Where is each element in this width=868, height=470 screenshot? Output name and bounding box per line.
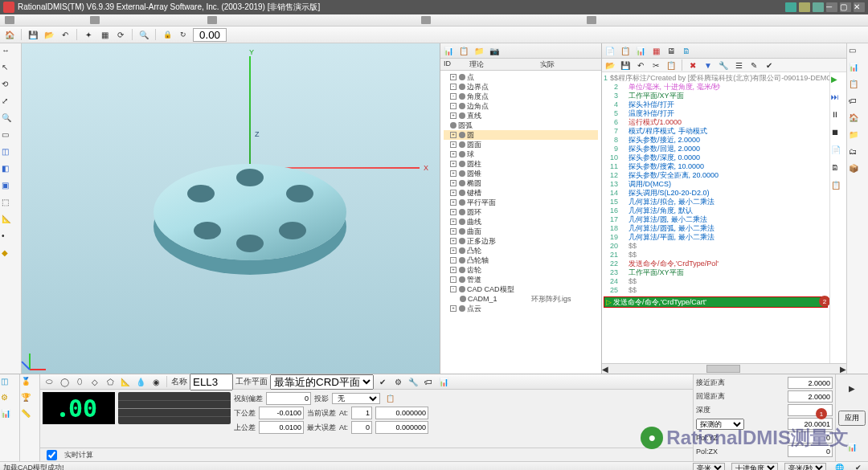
prog-tab-5[interactable]: 🖥 [665, 44, 678, 57]
ptb-edit-icon[interactable]: ✎ [747, 59, 760, 72]
tree-node[interactable]: +点云 [444, 304, 598, 313]
menu-item-1[interactable] [5, 16, 14, 24]
btab2-c-icon[interactable]: 📏 [21, 409, 35, 423]
save-icon[interactable]: 💾 [27, 28, 39, 41]
maximize-button[interactable]: ▢ [840, 2, 851, 12]
pointer-icon[interactable]: ↖ [2, 63, 16, 77]
window-extra-3[interactable] [813, 2, 824, 12]
polyz-input[interactable] [788, 431, 833, 443]
tree-tab-4[interactable]: 📷 [488, 44, 501, 57]
btab2-a-icon[interactable]: 🏅 [21, 377, 35, 391]
btab-cube-icon[interactable]: ◫ [1, 377, 15, 391]
side-run-icon[interactable]: ▶ [831, 75, 845, 89]
tree-node[interactable]: +平行平面 [444, 198, 598, 207]
tree-node[interactable]: -角度点 [444, 92, 598, 101]
menu-item-5[interactable] [587, 16, 596, 24]
ptb-paste-icon[interactable]: 📋 [665, 59, 678, 72]
method-select[interactable]: 探测的 [696, 419, 744, 430]
tree-node[interactable]: -CAD CAD模型 [444, 284, 598, 294]
tree-node[interactable]: +键槽 [444, 188, 598, 198]
measure-tool-icon[interactable]: 📐 [2, 215, 16, 229]
solid-tool-icon[interactable]: ▣ [2, 181, 16, 195]
tree-node[interactable]: +圆 [444, 130, 598, 140]
bt-cfg1-icon[interactable]: ⚙ [391, 375, 404, 388]
bt-shape-4[interactable]: ◇ [88, 375, 101, 388]
side-stop-icon[interactable]: ⏹ [831, 128, 845, 142]
bt-shape-2[interactable]: ◯ [58, 375, 71, 388]
side-more3-icon[interactable]: 📋 [831, 181, 845, 195]
bt-cfg3-icon[interactable]: 🏷 [422, 375, 435, 388]
realtime-check[interactable] [47, 450, 57, 460]
cube-tool-icon[interactable]: ◫ [2, 147, 16, 161]
rt-icon-5[interactable]: 🏠 [849, 113, 863, 128]
arrow-tool-icon[interactable]: ↔ [2, 46, 16, 60]
low-input[interactable] [259, 407, 304, 419]
menu-item-3[interactable] [207, 16, 217, 24]
ptb-list-icon[interactable]: ☰ [732, 59, 745, 72]
ptb-open-icon[interactable]: 📂 [604, 59, 616, 72]
menu-item-4[interactable] [421, 16, 431, 24]
prog-tab-3[interactable]: 📊 [634, 44, 647, 57]
minimize-button[interactable]: ─ [826, 2, 837, 12]
bt-shape-3[interactable]: ⬯ [73, 375, 86, 388]
side-step-icon[interactable]: ⏭ [831, 92, 845, 107]
tree-node[interactable]: 圆弧 [444, 121, 598, 130]
window-extra-1[interactable] [785, 2, 796, 12]
tree-node[interactable]: -边界点 [444, 82, 598, 92]
close-button[interactable]: ✕ [854, 2, 865, 12]
wp-select[interactable]: 最靠近的CRD平面 [270, 374, 374, 390]
bt-shape-7[interactable]: 💧 [134, 375, 147, 388]
status-icon-1[interactable]: 🌐 [833, 461, 845, 470]
prog-tab-6[interactable]: 🗎 [680, 44, 693, 57]
tree-node[interactable]: +椭圆 [444, 178, 598, 188]
bt-cfg4-icon[interactable]: 📊 [437, 375, 450, 388]
ptb-cut-icon[interactable]: ✂ [649, 59, 662, 72]
feature-tree[interactable]: +点-边界点-角度点-边角点+直线圆弧+圆+圆面+球+圆柱+圆锥+椭圆+键槽+平… [440, 71, 601, 374]
side-more1-icon[interactable]: 📄 [831, 145, 845, 160]
prog-tab-2[interactable]: 📋 [619, 44, 632, 57]
angle-select[interactable]: 十进角度 [731, 463, 778, 470]
program-code[interactable]: 1$$程序标注/'Created by [爱科腾瑞科技(北京)有限公司-0901… [602, 72, 829, 363]
tree-tab-1[interactable]: 📊 [442, 44, 455, 57]
tree-node[interactable]: +直线 [444, 111, 598, 121]
program-hscroll[interactable]: ◀▶ [602, 363, 846, 374]
ptb-undo-icon[interactable]: ↶ [634, 59, 647, 72]
window-extra-2[interactable] [799, 2, 810, 12]
ptb-save-icon[interactable]: 💾 [619, 59, 632, 72]
ptb-filter-icon[interactable]: ▼ [702, 59, 714, 72]
tree-tab-2[interactable]: 📋 [457, 44, 470, 57]
rt-icon-6[interactable]: 📁 [849, 130, 863, 145]
tree-node[interactable]: +正多边形 [444, 236, 598, 246]
open-icon[interactable]: 📂 [43, 28, 55, 41]
tree-node[interactable]: +齿轮 [444, 265, 598, 275]
tree-node[interactable]: +圆锥 [444, 169, 598, 178]
rt-icon-7[interactable]: 🗂 [849, 147, 863, 161]
bt-shape-6[interactable]: 📐 [119, 375, 132, 388]
nom-input[interactable] [266, 392, 311, 405]
br-btn1-icon[interactable]: ▶ [845, 382, 858, 395]
rt-icon-4[interactable]: 🏷 [849, 96, 863, 111]
tree-node[interactable]: -管道 [444, 275, 598, 284]
br-btn2-icon[interactable]: 📊 [845, 441, 858, 454]
ptb-wrench-icon[interactable]: 🔧 [717, 59, 730, 72]
btab2-b-icon[interactable]: 🏆 [21, 393, 35, 407]
rt-icon-3[interactable]: 📋 [849, 80, 863, 94]
status-icon-2[interactable]: ✔ [852, 461, 865, 470]
speed-select[interactable]: 毫米/秒 [784, 463, 826, 470]
command-line[interactable]: ▷发送命令/命令,'CrdType/Cart'2 [604, 296, 828, 308]
name-input[interactable] [190, 374, 233, 390]
refresh-icon[interactable]: ⟳ [114, 28, 127, 41]
home-icon[interactable]: 🏠 [3, 28, 16, 41]
side-pause-icon[interactable]: ⏸ [831, 110, 845, 125]
loop-icon[interactable]: ↻ [177, 28, 190, 41]
bt-shape-8[interactable]: ◉ [149, 375, 162, 388]
curdev-input[interactable] [375, 407, 428, 419]
unit-select[interactable]: 毫米 [693, 463, 725, 470]
ptb-close-icon[interactable]: ✖ [686, 59, 699, 72]
tree-node[interactable]: +圆柱 [444, 159, 598, 169]
tree-node[interactable]: -凸轮轴 [444, 255, 598, 265]
tree-node[interactable]: +圆面 [444, 140, 598, 149]
lock-icon[interactable]: 🔒 [161, 28, 174, 41]
rt-icon-8[interactable]: 📦 [849, 164, 863, 178]
retract-input[interactable] [788, 390, 833, 403]
